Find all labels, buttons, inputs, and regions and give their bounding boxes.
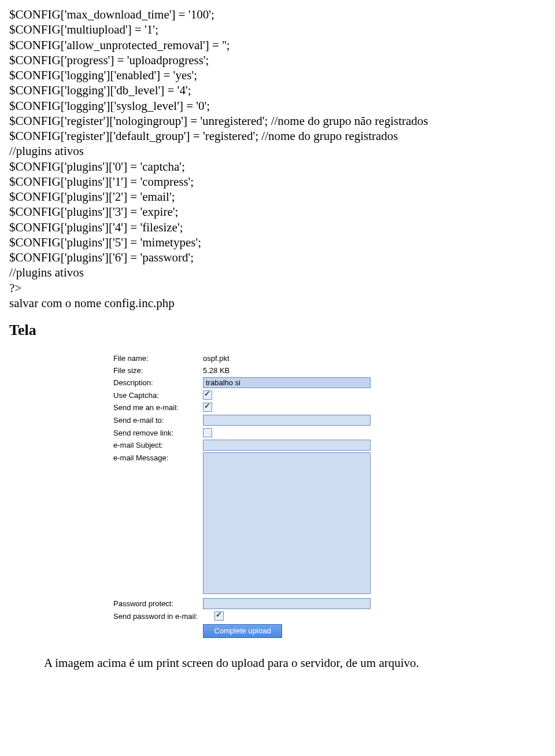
- code-line: $CONFIG['plugins']['0'] = 'captcha';: [9, 159, 546, 174]
- section-heading: Tela: [9, 321, 546, 340]
- send-remove-link-checkbox[interactable]: [203, 428, 212, 437]
- code-line: $CONFIG['plugins']['6'] = 'password';: [9, 250, 546, 265]
- send-me-email-checkbox[interactable]: [203, 403, 212, 412]
- code-block: $CONFIG['max_download_time'] = '100'; $C…: [9, 7, 546, 311]
- use-captcha-label: Use Captcha:: [113, 390, 203, 400]
- code-line: $CONFIG['plugins']['1'] = 'compress';: [9, 174, 546, 189]
- send-email-to-label: Send e-mail to:: [113, 415, 203, 425]
- description-input[interactable]: [203, 377, 371, 388]
- upload-form: File name: ospf.pkt File size: 5.28 KB D…: [113, 353, 546, 639]
- send-remove-link-label: Send remove link:: [113, 427, 203, 438]
- code-line: ?>: [9, 281, 546, 296]
- use-captcha-checkbox[interactable]: [203, 390, 212, 400]
- complete-upload-button[interactable]: Complete upload: [203, 624, 282, 638]
- code-line: //plugins ativos: [9, 265, 546, 280]
- code-line: $CONFIG['register']['default_group'] = '…: [9, 128, 546, 143]
- figure-caption: A imagem acima é um print screen do uplo…: [44, 655, 546, 670]
- password-protect-label: Password protect:: [113, 598, 203, 609]
- code-line: $CONFIG['logging']['syslog_level'] = '0'…: [9, 98, 546, 113]
- code-line: $CONFIG['progress'] = 'uploadprogress';: [9, 53, 546, 68]
- code-line: $CONFIG['logging']['db_level'] = '4';: [9, 83, 546, 98]
- file-size-label: File size:: [113, 365, 203, 375]
- file-name-label: File name:: [113, 353, 203, 363]
- code-line: $CONFIG['plugins']['4'] = 'filesize';: [9, 220, 546, 235]
- code-line: $CONFIG['multiupload'] = '1';: [9, 22, 546, 37]
- email-message-textarea[interactable]: [203, 452, 371, 594]
- description-label: Description:: [113, 377, 203, 388]
- password-protect-input[interactable]: [203, 598, 371, 609]
- email-subject-input[interactable]: [203, 440, 371, 451]
- code-line: $CONFIG['register']['nologingroup'] = 'u…: [9, 113, 546, 128]
- code-line: $CONFIG['max_download_time'] = '100';: [9, 7, 546, 22]
- code-line: salvar com o nome config.inc.php: [9, 296, 546, 311]
- code-line: $CONFIG['logging']['enabled'] = 'yes';: [9, 68, 546, 83]
- email-message-label: e-mail Message:: [113, 452, 203, 463]
- file-name-value: ospf.pkt: [203, 353, 230, 363]
- send-email-to-input[interactable]: [203, 415, 371, 426]
- code-line: $CONFIG['plugins']['5'] = 'mimetypes';: [9, 235, 546, 250]
- send-password-email-checkbox[interactable]: [214, 611, 224, 621]
- code-line: //plugins ativos: [9, 143, 546, 158]
- code-line: $CONFIG['allow_unprotected_removal'] = '…: [9, 38, 546, 53]
- code-line: $CONFIG['plugins']['3'] = 'expire';: [9, 204, 546, 219]
- send-me-email-label: Send me an e-mail:: [113, 402, 203, 412]
- send-password-email-label: Send password in e-mail:: [113, 611, 214, 621]
- file-size-value: 5.28 KB: [203, 365, 230, 375]
- code-line: $CONFIG['plugins']['2'] = 'email';: [9, 189, 546, 204]
- email-subject-label: e-mail Subject:: [113, 440, 203, 450]
